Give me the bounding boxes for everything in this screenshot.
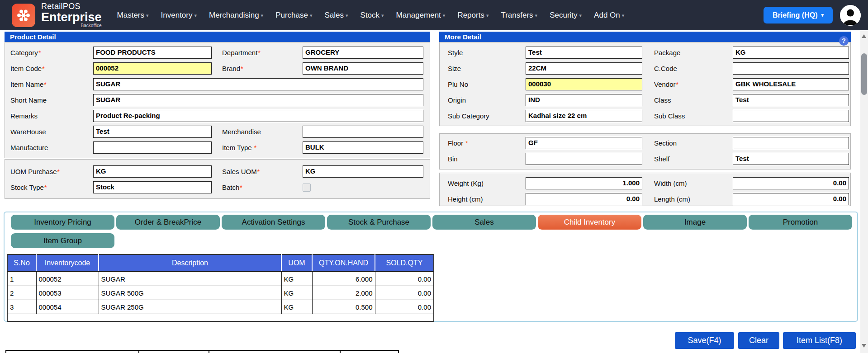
tab-activation-settings[interactable]: Activation Settings — [222, 215, 325, 230]
short-name-input[interactable]: SUGAR — [93, 94, 423, 106]
chevron-down-icon: ▾ — [579, 13, 582, 18]
section-input[interactable] — [733, 137, 849, 149]
remarks-input[interactable]: Product Re-packing — [93, 110, 423, 122]
stock-type-label: Stock Type* — [10, 184, 93, 191]
brand-sub: Backoffice — [41, 24, 102, 28]
uom-purchase-label: UOM Purchase* — [10, 168, 93, 175]
item-list-button[interactable]: Item List(F8) — [783, 332, 856, 349]
stock-type-input[interactable]: Stock — [93, 181, 212, 193]
width-label: Width (cm) — [654, 179, 733, 187]
package-label: Package — [654, 49, 733, 56]
package-input[interactable]: KG — [733, 47, 849, 59]
person-icon — [840, 5, 861, 26]
nav-item-sales[interactable]: Sales▾ — [324, 11, 348, 20]
nav-item-masters[interactable]: Masters▾ — [117, 11, 149, 20]
manufacture-label: Manufacture — [10, 144, 93, 151]
nav-item-inventory[interactable]: Inventory▾ — [161, 11, 197, 20]
weight-input[interactable]: 1.000 — [526, 177, 642, 189]
batch-checkbox[interactable] — [303, 184, 311, 192]
tab-sales[interactable]: Sales — [432, 215, 536, 230]
shelf-input[interactable]: Test — [733, 153, 849, 165]
merchandise-input[interactable] — [303, 126, 423, 138]
size-label: Size — [448, 65, 526, 72]
sub-class-label: Sub Class — [654, 112, 733, 120]
height-input[interactable]: 0.00 — [526, 193, 642, 205]
nav-item-merchandising[interactable]: Merchandising▾ — [209, 11, 263, 20]
table-row[interactable]: 1 000052 SUGAR KG 6.000 0.00 — [7, 272, 434, 286]
manufacture-input[interactable] — [93, 141, 212, 154]
user-avatar[interactable] — [840, 5, 861, 26]
tab-item-group[interactable]: Item Group — [11, 233, 114, 248]
chevron-down-icon: ▾ — [194, 13, 197, 18]
category-input[interactable]: FOOD PRODUCTS — [93, 47, 212, 59]
item-code-input[interactable]: 000052 — [93, 62, 212, 75]
class-input[interactable]: Test — [733, 94, 849, 106]
class-label: Class — [654, 96, 733, 104]
item-type-input[interactable]: BULK — [303, 141, 423, 154]
nav-item-transfers[interactable]: Transfers▾ — [501, 11, 537, 20]
detail-tabs-panel: Inventory Pricing Order & BreakPrice Act… — [4, 212, 858, 322]
remarks-label: Remarks — [10, 112, 93, 120]
brand-wordmark: RetailPOS Enterprise Backoffice — [41, 2, 102, 28]
department-input[interactable]: GROCERY — [303, 47, 423, 59]
floor-input[interactable]: GF — [526, 137, 642, 149]
tab-child-inventory[interactable]: Child Inventory — [538, 215, 641, 230]
vertical-scrollbar[interactable] — [860, 31, 868, 353]
brand-label: Brand* — [222, 65, 303, 72]
warehouse-input[interactable]: Test — [93, 126, 212, 138]
chevron-down-icon: ▾ — [146, 13, 149, 18]
weight-label: Weight (Kg) — [448, 179, 526, 187]
plu-no-label: Plu No — [448, 80, 526, 88]
uom-purchase-input[interactable]: KG — [93, 165, 212, 178]
tab-image[interactable]: Image — [643, 215, 747, 230]
style-input[interactable]: Test — [526, 47, 642, 59]
item-name-input[interactable]: SUGAR — [93, 78, 423, 90]
more-detail-group-dimensions: Weight (Kg) 1.000 Width (cm) 0.00 Height… — [439, 173, 851, 206]
plu-no-input[interactable]: 000030 — [526, 78, 642, 90]
scroll-up-icon[interactable] — [862, 34, 866, 38]
bin-input[interactable] — [526, 153, 642, 165]
save-button[interactable]: Save(F4) — [675, 332, 734, 349]
col-uom: UOM — [281, 254, 312, 272]
brand-input[interactable]: OWN BRAND — [303, 62, 423, 75]
tab-order-breakprice[interactable]: Order & BreakPrice — [116, 215, 220, 230]
sales-uom-input[interactable]: KG — [303, 165, 423, 178]
size-input[interactable]: 22CM — [526, 62, 642, 75]
width-input[interactable]: 0.00 — [733, 177, 849, 189]
tab-inventory-pricing[interactable]: Inventory Pricing — [11, 215, 114, 230]
main-content: Product Detail Category* FOOD PRODUCTS D… — [0, 30, 868, 353]
tab-stock-purchase[interactable]: Stock & Purchase — [327, 215, 431, 230]
nav-item-add-on[interactable]: Add On▾ — [594, 11, 624, 20]
length-input[interactable]: 0.00 — [733, 193, 849, 205]
table-row[interactable]: 2 000053 SUGAR 500G KG 2.000 0.00 — [7, 286, 434, 300]
sub-class-input[interactable] — [733, 110, 849, 122]
briefing-hq-button[interactable]: Briefing (HQ) ▾ — [764, 7, 833, 24]
chevron-down-icon: ▾ — [261, 13, 264, 18]
chevron-down-icon: ▾ — [310, 13, 313, 18]
chevron-down-icon: ▾ — [381, 13, 384, 18]
vendor-label: Vendor* — [654, 80, 733, 88]
merchandise-label: Merchandise — [222, 128, 303, 136]
nav-item-stock[interactable]: Stock▾ — [360, 11, 384, 20]
product-detail-group-uom: UOM Purchase* KG Sales UOM* KG Stock Typ… — [5, 159, 430, 199]
sub-category-input[interactable]: Kadhai size 22 cm — [526, 110, 642, 122]
origin-input[interactable]: IND — [526, 94, 642, 106]
help-icon[interactable]: ? — [839, 36, 849, 46]
table-row[interactable]: 3 000054 SUGAR 250G KG 0.500 0.00 — [7, 300, 434, 314]
col-inventorycode: Inventorycode — [36, 254, 99, 272]
nav-item-reports[interactable]: Reports▾ — [457, 11, 489, 20]
category-label: Category* — [10, 49, 93, 56]
clear-button[interactable]: Clear — [738, 332, 779, 349]
nav-item-management[interactable]: Management▾ — [396, 11, 446, 20]
tab-promotion[interactable]: Promotion — [749, 215, 852, 230]
nav-item-security[interactable]: Security▾ — [550, 11, 582, 20]
partial-table-bottom — [5, 350, 399, 353]
vendor-input[interactable]: GBK WHOLESALE — [733, 78, 849, 90]
c-code-input[interactable] — [733, 62, 849, 75]
nav-item-purchase[interactable]: Purchase▾ — [275, 11, 312, 20]
col-sno: S.No — [7, 254, 36, 272]
scrollbar-thumb[interactable] — [861, 53, 867, 95]
chevron-down-icon: ▾ — [622, 13, 625, 18]
main-menu: Masters▾ Inventory▾ Merchandising▾ Purch… — [117, 11, 625, 20]
scroll-down-icon[interactable] — [862, 344, 866, 348]
